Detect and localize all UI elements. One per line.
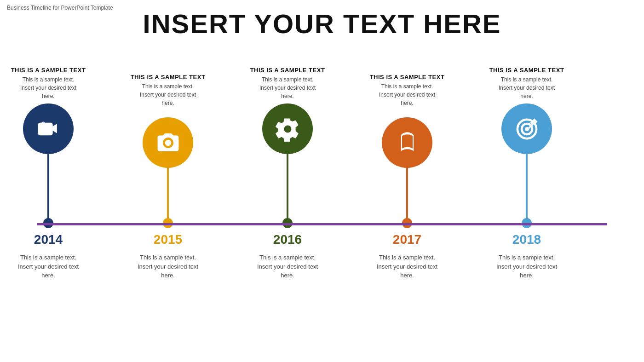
- bottom-text-2017: This is a sample text.Insert your desire…: [365, 253, 450, 280]
- year-label-2017: 2017: [393, 232, 421, 247]
- heading-2016: THIS IS A SAMPLE TEXT: [244, 67, 331, 74]
- card-text-2017: This is a sample text.Insert your desire…: [363, 82, 451, 107]
- year-label-2014: 2014: [34, 232, 63, 247]
- bottom-text-2014: This is a sample text.Insert your desire…: [6, 253, 91, 280]
- timeline-line: [37, 223, 607, 225]
- timeline-wrapper: THIS IS A SAMPLE TEXTThis is a sample te…: [0, 44, 644, 338]
- 2015-stem: [167, 168, 169, 219]
- year-label-2016: 2016: [273, 232, 302, 247]
- 2014-icon-circle: [23, 103, 74, 154]
- 2016-stem: [287, 154, 288, 219]
- year-label-2015: 2015: [154, 232, 182, 247]
- bottom-text-2015: This is a sample text.Insert your desire…: [126, 253, 211, 280]
- heading-2015: THIS IS A SAMPLE TEXT: [124, 74, 212, 80]
- 2018-stem: [526, 154, 528, 219]
- heading-2017: THIS IS A SAMPLE TEXT: [363, 74, 451, 80]
- card-text-2018: This is a sample text.Insert your desire…: [483, 75, 570, 100]
- card-text-2014: This is a sample text.Insert your desire…: [5, 75, 92, 100]
- 2018-icon-circle: [501, 103, 552, 154]
- year-label-2018: 2018: [512, 232, 541, 247]
- 2016-icon-circle: [262, 103, 313, 154]
- bottom-text-2016: This is a sample text.Insert your desire…: [245, 253, 330, 280]
- heading-2014: THIS IS A SAMPLE TEXT: [5, 67, 92, 74]
- heading-2018: THIS IS A SAMPLE TEXT: [483, 67, 570, 74]
- bottom-text-2018: This is a sample text.Insert your desire…: [484, 253, 569, 280]
- 2017-stem: [406, 168, 408, 219]
- card-text-2015: This is a sample text.Insert your desire…: [124, 82, 212, 107]
- 2017-icon-circle: [382, 117, 432, 168]
- 2014-stem: [47, 154, 49, 219]
- watermark-label: Business Timeline for PowerPoint Templat…: [7, 5, 113, 11]
- 2015-icon-circle: [143, 117, 193, 168]
- card-text-2016: This is a sample text.Insert your desire…: [244, 75, 331, 100]
